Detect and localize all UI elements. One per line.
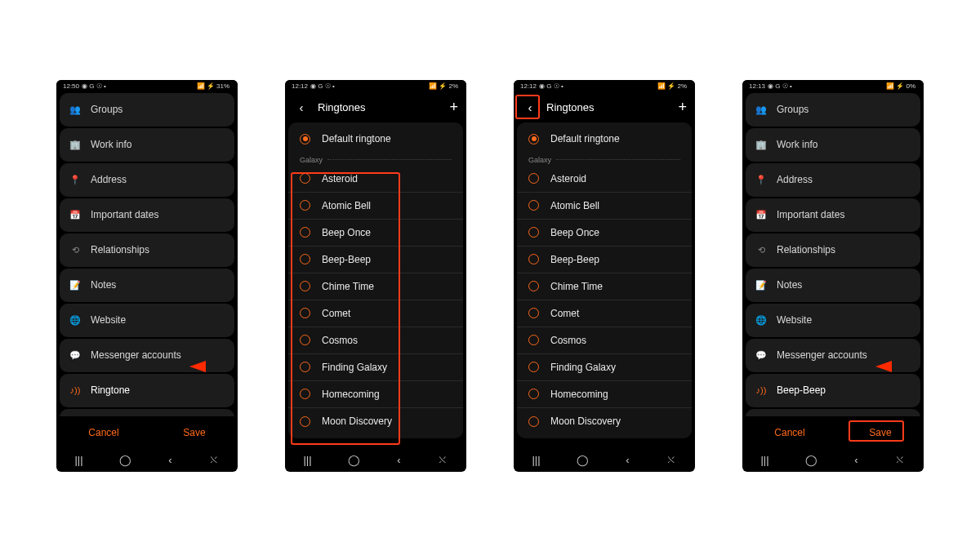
back-icon[interactable]: ‹ <box>522 100 538 114</box>
radio-icon <box>300 173 310 184</box>
radio-default-ringtone[interactable]: Default ringtone <box>517 126 692 153</box>
status-bar: 12:13◉ G ☉ • 📶 ⚡0% <box>742 80 924 93</box>
radio-finding-galaxy[interactable]: Finding Galaxy <box>288 354 463 381</box>
home-icon[interactable]: ◯ <box>119 454 131 466</box>
list-item-label: Work info <box>777 139 911 150</box>
chat-icon: 💬 <box>69 349 81 361</box>
list-item-website[interactable]: 🌐Website <box>746 304 920 337</box>
radio-label: Chime Time <box>550 281 603 292</box>
home-icon[interactable]: ◯ <box>805 454 817 466</box>
list-item-ringtone[interactable]: ♪))Beep-Beep <box>746 374 920 407</box>
calendar-icon: 📅 <box>755 209 767 220</box>
list-item-notes[interactable]: 📝Notes <box>746 269 920 302</box>
recents-icon[interactable]: ||| <box>303 454 311 466</box>
list-item-vibration[interactable]: 🔇Call vibration pattern <box>60 409 234 416</box>
radio-comet[interactable]: Comet <box>288 300 463 327</box>
radio-label: Beep-Beep <box>550 254 599 265</box>
radio-beep-beep[interactable]: Beep-Beep <box>517 247 692 273</box>
status-indicators: ◉ G ☉ • <box>82 82 106 90</box>
accessibility-icon[interactable]: ⛌ <box>666 454 677 466</box>
radio-label: Default ringtone <box>550 133 620 144</box>
globe-icon: 🌐 <box>69 314 81 326</box>
radio-moon-discovery[interactable]: Moon Discovery <box>517 408 692 435</box>
save-button[interactable]: Save <box>861 424 899 442</box>
status-battery: 2% <box>677 82 687 90</box>
list-item-relationships[interactable]: ⟲Relationships <box>746 233 920 267</box>
list-item-label: Groups <box>91 104 225 115</box>
pin-icon: 📍 <box>755 174 767 185</box>
accessibility-icon[interactable]: ⛌ <box>895 454 906 466</box>
list-item-groups[interactable]: 👥Groups <box>746 93 920 127</box>
list-item-label: Address <box>777 174 911 185</box>
cancel-button[interactable]: Cancel <box>80 424 127 442</box>
back-nav-icon[interactable]: ‹ <box>626 454 629 466</box>
briefcase-icon: 🏢 <box>69 139 81 150</box>
cancel-button[interactable]: Cancel <box>766 424 813 442</box>
list-item-ringtone[interactable]: ♪))Ringtone <box>60 374 234 407</box>
list-item-work-info[interactable]: 🏢Work info <box>746 128 920 162</box>
recents-icon[interactable]: ||| <box>532 454 540 466</box>
radio-asteroid[interactable]: Asteroid <box>517 166 692 193</box>
radio-label: Beep-Beep <box>322 254 371 265</box>
back-icon[interactable]: ‹ <box>293 100 310 114</box>
add-icon[interactable]: + <box>678 99 687 116</box>
back-nav-icon[interactable]: ‹ <box>168 454 172 466</box>
radio-icon <box>300 254 310 264</box>
list-item-relationships[interactable]: ⟲Relationships <box>60 233 234 267</box>
radio-beep-once[interactable]: Beep Once <box>288 220 463 247</box>
page-title: Ringtones <box>546 101 670 113</box>
status-bar: 12:12◉ G ☉ • 📶 ⚡2% <box>514 80 695 93</box>
list-item-notes[interactable]: 📝Notes <box>60 269 234 302</box>
radio-cosmos[interactable]: Cosmos <box>288 327 463 354</box>
relationships-icon: ⟲ <box>69 244 81 256</box>
accessibility-icon[interactable]: ⛌ <box>209 454 220 466</box>
radio-icon <box>300 227 310 238</box>
radio-cosmos[interactable]: Cosmos <box>517 327 692 354</box>
groups-icon: 👥 <box>69 104 81 115</box>
list-item-address[interactable]: 📍Address <box>746 163 920 197</box>
nav-bar: ||| ◯ ‹ ⛌ <box>742 449 924 472</box>
list-item-label: Website <box>777 314 911 326</box>
radio-finding-galaxy[interactable]: Finding Galaxy <box>517 354 692 381</box>
radio-beep-beep[interactable]: Beep-Beep <box>288 247 463 273</box>
list-item-groups[interactable]: 👥Groups <box>60 93 234 127</box>
radio-atomic-bell[interactable]: Atomic Bell <box>288 193 463 220</box>
home-icon[interactable]: ◯ <box>348 454 360 466</box>
accessibility-icon[interactable]: ⛌ <box>438 454 448 466</box>
ringtone-list-container: Default ringtone Galaxy Asteroid Atomic … <box>514 122 695 449</box>
radio-chime-time[interactable]: Chime Time <box>288 273 463 300</box>
radio-atomic-bell[interactable]: Atomic Bell <box>517 193 692 220</box>
radio-moon-discovery[interactable]: Moon Discovery <box>288 408 463 435</box>
back-nav-icon[interactable]: ‹ <box>854 454 858 466</box>
home-icon[interactable]: ◯ <box>577 454 589 466</box>
list-item-important-dates[interactable]: 📅Important dates <box>746 198 920 232</box>
chat-icon: 💬 <box>755 349 767 361</box>
radio-homecoming[interactable]: Homecoming <box>517 381 692 408</box>
radio-comet[interactable]: Comet <box>517 300 692 327</box>
phone-panel-1: 12:50 ◉ G ☉ • 📶 ⚡ 31% 👥Groups 🏢Work info… <box>56 80 238 472</box>
radio-asteroid[interactable]: Asteroid <box>288 166 463 193</box>
back-nav-icon[interactable]: ‹ <box>397 454 400 466</box>
radio-icon <box>300 308 310 318</box>
radio-label: Asteroid <box>322 173 358 184</box>
radio-chime-time[interactable]: Chime Time <box>517 273 692 300</box>
list-item-vibration[interactable]: 🔇Call vibration pattern <box>746 409 920 416</box>
radio-beep-once[interactable]: Beep Once <box>517 220 692 247</box>
list-item-important-dates[interactable]: 📅Important dates <box>60 198 234 232</box>
ringtone-icon: ♪)) <box>755 384 767 396</box>
radio-homecoming[interactable]: Homecoming <box>288 381 463 408</box>
list-item-website[interactable]: 🌐Website <box>60 304 234 337</box>
add-icon[interactable]: + <box>449 99 458 116</box>
radio-default-ringtone[interactable]: Default ringtone <box>288 126 463 153</box>
phone-panel-2: 12:12◉ G ☉ • 📶 ⚡2% ‹ Ringtones + Default… <box>285 80 466 472</box>
save-button[interactable]: Save <box>175 424 213 442</box>
status-bar: 12:12◉ G ☉ • 📶 ⚡2% <box>285 80 466 93</box>
list-item-work-info[interactable]: 🏢Work info <box>60 128 234 162</box>
recents-icon[interactable]: ||| <box>74 454 82 466</box>
radio-label: Finding Galaxy <box>322 362 387 373</box>
status-indicators: ◉ G ☉ • <box>539 82 564 90</box>
recents-icon[interactable]: ||| <box>760 454 768 466</box>
list-item-address[interactable]: 📍Address <box>60 163 234 197</box>
annotation-arrow <box>875 358 924 375</box>
radio-icon <box>528 227 539 238</box>
